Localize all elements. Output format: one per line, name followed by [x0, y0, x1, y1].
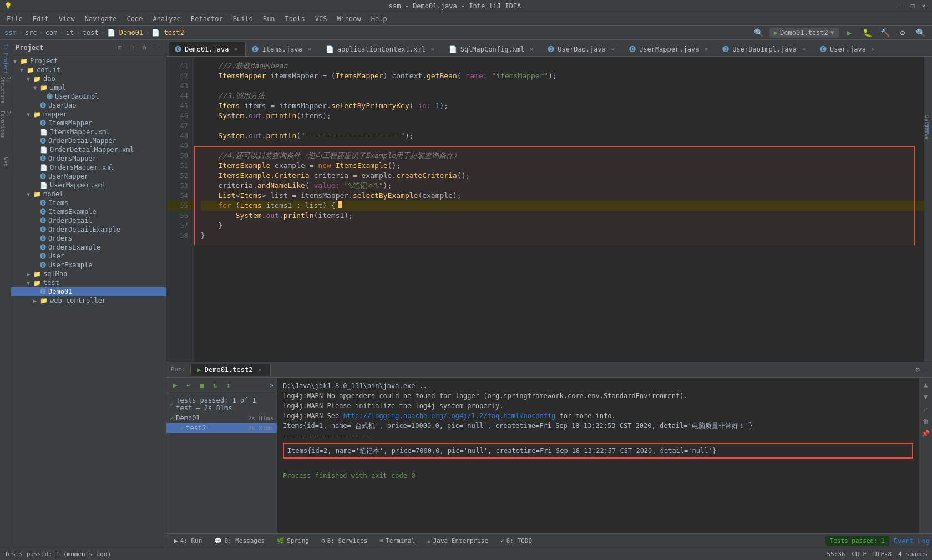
menu-analyze[interactable]: Analyze [148, 14, 185, 24]
tab-appcontext[interactable]: 📄 applicationContext.xml ✕ [320, 42, 443, 56]
run-diff-icon[interactable]: ⇅ [210, 380, 221, 391]
tree-orders[interactable]: 🅒 Orders [11, 234, 166, 243]
tab-sqlmap[interactable]: 📄 SqlMapConfig.xml ✕ [443, 42, 542, 56]
tab-items-close[interactable]: ✕ [306, 45, 313, 53]
tab-userdao[interactable]: 🅒 UserDao.java ✕ [541, 42, 623, 56]
menu-vcs[interactable]: VCS [311, 14, 332, 24]
run-rerun-icon[interactable]: ↩ [183, 380, 194, 391]
tree-web-controller[interactable]: ▶ 📁 web_controller [11, 296, 166, 305]
bottom-tab-demo01-test2[interactable]: ▶ Demo01.test2 ✕ [191, 364, 271, 376]
menu-code[interactable]: Code [123, 14, 148, 24]
tab-user[interactable]: 🅒 User.java ✕ [814, 42, 883, 56]
breadcrumb-it[interactable]: it [66, 29, 74, 37]
menu-tools[interactable]: Tools [281, 14, 310, 24]
menu-build[interactable]: Build [229, 14, 257, 24]
menu-navigate[interactable]: Navigate [80, 14, 121, 24]
breadcrumb-src[interactable]: src [25, 29, 37, 37]
menu-help[interactable]: Help [367, 14, 392, 24]
tab-appcontext-close[interactable]: ✕ [429, 45, 437, 53]
tree-model[interactable]: ▼ 📁 model [11, 190, 166, 198]
tree-userdaoimpl[interactable]: 🅒 UserDaoImpl [11, 92, 166, 101]
run-play-icon[interactable]: ▶ [170, 380, 181, 391]
tab-demo01[interactable]: 🅒 Demo01.java ✕ [169, 42, 246, 56]
breadcrumb-test2[interactable]: 📄 test2 [151, 29, 184, 37]
tree-itemsexample[interactable]: 🅒 ItemsExample [11, 207, 166, 216]
web-sidebar-button[interactable]: Web [1, 145, 11, 179]
tree-com-it[interactable]: ▼ 📁 com.it [11, 65, 166, 74]
breadcrumb-test[interactable]: test [82, 29, 98, 37]
menu-file[interactable]: File [2, 14, 27, 24]
footer-tab-javaee[interactable]: ☕ Java Enterprise [422, 536, 494, 546]
footer-tab-spring[interactable]: 🌿 Spring [271, 536, 315, 546]
tab-userdaoimpl[interactable]: 🅒 UserDaoImpl.java ✕ [716, 42, 814, 56]
code-content[interactable]: //2.获取dao的bean ItemsMapper itemsMapper =… [194, 57, 924, 245]
tree-userexample[interactable]: 🅒 UserExample [11, 261, 166, 269]
search-everywhere-button[interactable]: 🔍 [752, 26, 766, 40]
panel-icon-minimize[interactable]: — [151, 43, 161, 53]
tab-userdaoimpl-close[interactable]: ✕ [800, 45, 808, 53]
code-content-area[interactable]: //2.获取dao的bean ItemsMapper itemsMapper =… [194, 57, 924, 362]
menu-view[interactable]: View [54, 14, 79, 24]
tree-sqlmap[interactable]: ▶ 📁 sqlMap [11, 269, 166, 278]
menu-refactor[interactable]: Refactor [186, 14, 227, 24]
panel-icon-layout[interactable]: ⊞ [115, 43, 125, 53]
run-tree-test2[interactable]: ✓ test2 2s 81ms [166, 423, 277, 433]
menu-edit[interactable]: Edit [28, 14, 53, 24]
code-editor[interactable]: 41 42 43 44 45 46 47 48 49 50 51 52 53 5… [166, 57, 932, 362]
minimize-button[interactable]: ─ [898, 2, 905, 10]
tree-demo01[interactable]: 🅒 Demo01 [11, 287, 166, 296]
close-button[interactable]: ✕ [920, 2, 928, 10]
tree-orderdetailmapper[interactable]: 🅒 OrderDetailMapper [11, 136, 166, 145]
tab-userdao-close[interactable]: ✕ [609, 45, 617, 53]
tree-impl[interactable]: ▼ 📁 impl [11, 83, 166, 92]
tab-usermapper-close[interactable]: ✕ [702, 45, 710, 53]
console-scroll-up-icon[interactable]: ▲ [921, 380, 931, 390]
tree-ordersmapper[interactable]: 🅒 OrdersMapper [11, 154, 166, 163]
breadcrumb-demo01[interactable]: 📄 Demo01 [107, 29, 144, 37]
tab-user-close[interactable]: ✕ [869, 45, 877, 53]
run-sort-icon[interactable]: ↕ [223, 380, 234, 391]
tree-project-root[interactable]: ▼ 📁 Project [11, 57, 166, 65]
settings-button[interactable]: ⚙ [895, 26, 910, 40]
maximize-button[interactable]: □ [909, 2, 916, 10]
tree-orderdetailmapper-xml[interactable]: 📄 OrderDetailMapper.xml [11, 145, 166, 154]
footer-tab-services[interactable]: ⚙ 8: Services [316, 536, 373, 546]
structure-sidebar-button[interactable]: 2: Structure [1, 77, 11, 110]
tree-user[interactable]: 🅒 User [11, 252, 166, 261]
tree-usermapper[interactable]: 🅒 UserMapper [11, 172, 166, 181]
footer-tab-run[interactable]: ▶ 4: Run [169, 536, 207, 546]
status-encoding[interactable]: UTF-8 [873, 551, 892, 558]
project-sidebar-button[interactable]: 1: Project [1, 42, 11, 75]
breadcrumb-ssm[interactable]: ssm [4, 29, 17, 37]
run-config-dropdown[interactable]: ▼ [830, 29, 834, 37]
tree-orderdetail[interactable]: 🅒 OrderDetail [11, 216, 166, 225]
footer-tab-terminal[interactable]: ⌨ Terminal [374, 536, 421, 546]
run-tree-demo01[interactable]: ✓ Demo01 2s 81ms [166, 413, 277, 423]
tab-demo01-close[interactable]: ✕ [232, 45, 240, 53]
run-more-icon[interactable]: » [270, 381, 273, 389]
console-pin-icon[interactable]: 📌 [921, 429, 931, 439]
tree-items[interactable]: 🅒 Items [11, 198, 166, 207]
breadcrumb-com[interactable]: com [45, 29, 58, 37]
tree-itemsmapper[interactable]: 🅒 ItemsMapper [11, 119, 166, 128]
footer-tab-messages[interactable]: 💬 0: Messages [209, 536, 270, 546]
run-minimize-icon[interactable]: — [923, 365, 928, 374]
favorites-sidebar-button[interactable]: 2: Favorites [1, 111, 11, 144]
tree-dao[interactable]: ▼ 📁 dao [11, 74, 166, 83]
tree-userdao[interactable]: 🅒 UserDao [11, 101, 166, 110]
tree-usermapper-xml[interactable]: 📄 UserMapper.xml [11, 181, 166, 190]
run-settings-icon[interactable]: ⚙ [915, 365, 920, 374]
tab-usermapper[interactable]: 🅒 UserMapper.java ✕ [623, 42, 716, 56]
footer-tab-todo[interactable]: ✓ 6: TODO [495, 536, 538, 546]
search-button[interactable]: 🔍 [913, 26, 928, 40]
run-stop-icon[interactable]: ■ [196, 380, 207, 391]
menu-run[interactable]: Run [259, 14, 280, 24]
tab-items[interactable]: 🅒 Items.java ✕ [246, 42, 319, 56]
event-log-link[interactable]: Event Log [894, 537, 930, 545]
console-scroll-down-icon[interactable]: ▼ [921, 392, 931, 402]
console-clear-icon[interactable]: 🗑 [921, 416, 931, 426]
tree-orderdetailexample[interactable]: 🅒 OrderDetailExample [11, 225, 166, 234]
debug-button[interactable]: 🐛 [860, 26, 874, 40]
tree-test[interactable]: ▼ 📁 test [11, 278, 166, 287]
status-position[interactable]: 55:36 [827, 551, 845, 558]
